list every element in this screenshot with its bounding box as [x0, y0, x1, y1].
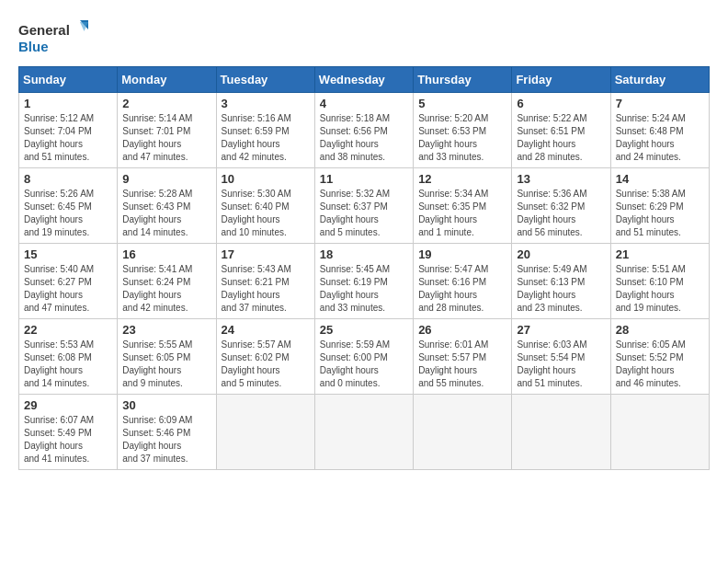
day-cell — [610, 395, 709, 470]
day-info: Sunrise: 6:05 AMSunset: 5:52 PMDaylight … — [616, 339, 704, 390]
day-info: Sunrise: 6:03 AMSunset: 5:54 PMDaylight … — [517, 339, 605, 390]
week-row-2: 8Sunrise: 5:26 AMSunset: 6:45 PMDaylight… — [19, 168, 710, 244]
day-cell: 24Sunrise: 5:57 AMSunset: 6:02 PMDayligh… — [216, 319, 314, 395]
day-number: 21 — [616, 247, 704, 261]
svg-text:Blue: Blue — [18, 39, 49, 54]
day-info: Sunrise: 6:09 AMSunset: 5:46 PMDaylight … — [122, 414, 210, 465]
day-info: Sunrise: 5:18 AMSunset: 6:56 PMDaylight … — [320, 112, 408, 164]
day-cell: 6Sunrise: 5:22 AMSunset: 6:51 PMDaylight… — [512, 93, 610, 168]
day-number: 13 — [517, 172, 605, 186]
day-number: 11 — [320, 172, 408, 186]
day-cell: 20Sunrise: 5:49 AMSunset: 6:13 PMDayligh… — [512, 244, 610, 319]
day-number: 7 — [616, 97, 704, 110]
day-cell: 7Sunrise: 5:24 AMSunset: 6:48 PMDaylight… — [610, 93, 709, 168]
svg-text:General: General — [18, 22, 70, 38]
day-cell: 17Sunrise: 5:43 AMSunset: 6:21 PMDayligh… — [216, 244, 314, 319]
header: General Blue — [18, 18, 710, 57]
day-cell: 12Sunrise: 5:34 AMSunset: 6:35 PMDayligh… — [414, 168, 512, 244]
week-row-3: 15Sunrise: 5:40 AMSunset: 6:27 PMDayligh… — [19, 244, 710, 319]
day-number: 28 — [616, 323, 704, 337]
weekday-header-row: SundayMondayTuesdayWednesdayThursdayFrid… — [19, 67, 710, 93]
day-cell: 9Sunrise: 5:28 AMSunset: 6:43 PMDaylight… — [118, 168, 216, 244]
day-cell: 8Sunrise: 5:26 AMSunset: 6:45 PMDaylight… — [19, 168, 118, 244]
day-cell: 30Sunrise: 6:09 AMSunset: 5:46 PMDayligh… — [118, 395, 216, 470]
day-cell: 1Sunrise: 5:12 AMSunset: 7:04 PMDaylight… — [19, 93, 118, 168]
weekday-header-saturday: Saturday — [610, 67, 709, 93]
day-number: 27 — [517, 323, 605, 337]
day-cell: 27Sunrise: 6:03 AMSunset: 5:54 PMDayligh… — [512, 319, 610, 395]
day-number: 22 — [24, 323, 112, 337]
day-info: Sunrise: 5:51 AMSunset: 6:10 PMDaylight … — [616, 263, 704, 315]
day-cell: 10Sunrise: 5:30 AMSunset: 6:40 PMDayligh… — [216, 168, 314, 244]
day-number: 9 — [122, 172, 210, 186]
day-number: 26 — [418, 323, 506, 337]
weekday-header-monday: Monday — [118, 67, 216, 93]
day-cell — [414, 395, 512, 470]
day-info: Sunrise: 5:30 AMSunset: 6:40 PMDaylight … — [222, 188, 310, 239]
day-info: Sunrise: 5:49 AMSunset: 6:13 PMDaylight … — [517, 263, 605, 315]
day-info: Sunrise: 5:12 AMSunset: 7:04 PMDaylight … — [24, 112, 112, 164]
weekday-header-thursday: Thursday — [414, 67, 512, 93]
day-number: 19 — [418, 247, 506, 261]
day-cell: 25Sunrise: 5:59 AMSunset: 6:00 PMDayligh… — [314, 319, 413, 395]
day-info: Sunrise: 5:24 AMSunset: 6:48 PMDaylight … — [616, 112, 704, 164]
day-number: 3 — [222, 97, 310, 110]
day-info: Sunrise: 5:16 AMSunset: 6:59 PMDaylight … — [222, 112, 310, 164]
day-cell: 28Sunrise: 6:05 AMSunset: 5:52 PMDayligh… — [610, 319, 709, 395]
day-info: Sunrise: 5:26 AMSunset: 6:45 PMDaylight … — [24, 188, 112, 239]
logo-svg: General Blue — [18, 18, 92, 57]
day-cell: 15Sunrise: 5:40 AMSunset: 6:27 PMDayligh… — [19, 244, 118, 319]
day-info: Sunrise: 5:20 AMSunset: 6:53 PMDaylight … — [418, 112, 506, 164]
day-cell: 19Sunrise: 5:47 AMSunset: 6:16 PMDayligh… — [414, 244, 512, 319]
weekday-header-wednesday: Wednesday — [314, 67, 413, 93]
day-info: Sunrise: 5:22 AMSunset: 6:51 PMDaylight … — [517, 112, 605, 164]
day-number: 17 — [222, 247, 310, 261]
logo: General Blue — [18, 18, 92, 57]
day-info: Sunrise: 6:01 AMSunset: 5:57 PMDaylight … — [418, 339, 506, 390]
day-number: 25 — [320, 323, 408, 337]
day-info: Sunrise: 5:41 AMSunset: 6:24 PMDaylight … — [122, 263, 210, 315]
week-row-4: 22Sunrise: 5:53 AMSunset: 6:08 PMDayligh… — [19, 319, 710, 395]
week-row-1: 1Sunrise: 5:12 AMSunset: 7:04 PMDaylight… — [19, 93, 710, 168]
day-number: 29 — [24, 398, 112, 412]
day-info: Sunrise: 6:07 AMSunset: 5:49 PMDaylight … — [24, 414, 112, 465]
day-number: 12 — [418, 172, 506, 186]
day-cell — [216, 395, 314, 470]
weekday-header-friday: Friday — [512, 67, 610, 93]
day-info: Sunrise: 5:14 AMSunset: 7:01 PMDaylight … — [122, 112, 210, 164]
day-cell: 4Sunrise: 5:18 AMSunset: 6:56 PMDaylight… — [314, 93, 413, 168]
day-cell: 2Sunrise: 5:14 AMSunset: 7:01 PMDaylight… — [118, 93, 216, 168]
day-number: 6 — [517, 97, 605, 110]
day-number: 5 — [418, 97, 506, 110]
day-info: Sunrise: 5:57 AMSunset: 6:02 PMDaylight … — [222, 339, 310, 390]
day-info: Sunrise: 5:36 AMSunset: 6:32 PMDaylight … — [517, 188, 605, 239]
day-number: 18 — [320, 247, 408, 261]
day-cell: 14Sunrise: 5:38 AMSunset: 6:29 PMDayligh… — [610, 168, 709, 244]
day-cell: 22Sunrise: 5:53 AMSunset: 6:08 PMDayligh… — [19, 319, 118, 395]
day-info: Sunrise: 5:40 AMSunset: 6:27 PMDaylight … — [24, 263, 112, 315]
day-number: 4 — [320, 97, 408, 110]
day-number: 15 — [24, 247, 112, 261]
day-number: 16 — [122, 247, 210, 261]
day-info: Sunrise: 5:47 AMSunset: 6:16 PMDaylight … — [418, 263, 506, 315]
day-number: 2 — [122, 97, 210, 110]
day-cell: 13Sunrise: 5:36 AMSunset: 6:32 PMDayligh… — [512, 168, 610, 244]
day-cell: 3Sunrise: 5:16 AMSunset: 6:59 PMDaylight… — [216, 93, 314, 168]
weekday-header-sunday: Sunday — [19, 67, 118, 93]
day-info: Sunrise: 5:38 AMSunset: 6:29 PMDaylight … — [616, 188, 704, 239]
day-info: Sunrise: 5:34 AMSunset: 6:35 PMDaylight … — [418, 188, 506, 239]
day-info: Sunrise: 5:55 AMSunset: 6:05 PMDaylight … — [122, 339, 210, 390]
day-info: Sunrise: 5:28 AMSunset: 6:43 PMDaylight … — [122, 188, 210, 239]
day-number: 24 — [222, 323, 310, 337]
day-cell: 5Sunrise: 5:20 AMSunset: 6:53 PMDaylight… — [414, 93, 512, 168]
day-info: Sunrise: 5:45 AMSunset: 6:19 PMDaylight … — [320, 263, 408, 315]
day-number: 1 — [24, 97, 112, 110]
day-info: Sunrise: 5:53 AMSunset: 6:08 PMDaylight … — [24, 339, 112, 390]
day-cell: 29Sunrise: 6:07 AMSunset: 5:49 PMDayligh… — [19, 395, 118, 470]
day-info: Sunrise: 5:32 AMSunset: 6:37 PMDaylight … — [320, 188, 408, 239]
day-number: 8 — [24, 172, 112, 186]
day-cell: 23Sunrise: 5:55 AMSunset: 6:05 PMDayligh… — [118, 319, 216, 395]
weekday-header-tuesday: Tuesday — [216, 67, 314, 93]
day-cell: 18Sunrise: 5:45 AMSunset: 6:19 PMDayligh… — [314, 244, 413, 319]
day-cell — [314, 395, 413, 470]
